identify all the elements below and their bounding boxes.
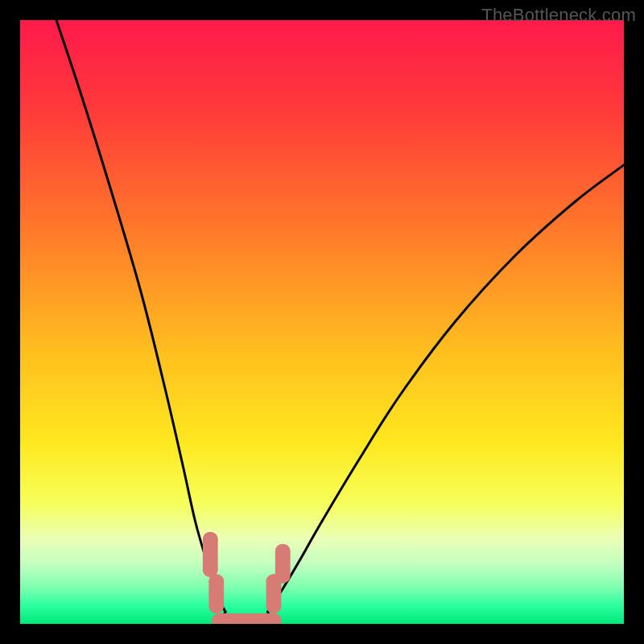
svg-point-14	[275, 544, 291, 559]
plot-area	[20, 20, 624, 624]
svg-point-13	[275, 568, 291, 584]
svg-point-9	[208, 574, 224, 589]
watermark-text: TheBottleneck.com	[481, 5, 636, 26]
gradient-background	[20, 20, 624, 624]
svg-point-10	[208, 598, 224, 613]
svg-point-7	[203, 532, 218, 547]
chart-frame: TheBottleneck.com	[0, 0, 644, 644]
bottleneck-chart	[20, 20, 624, 624]
svg-point-11	[266, 598, 282, 613]
